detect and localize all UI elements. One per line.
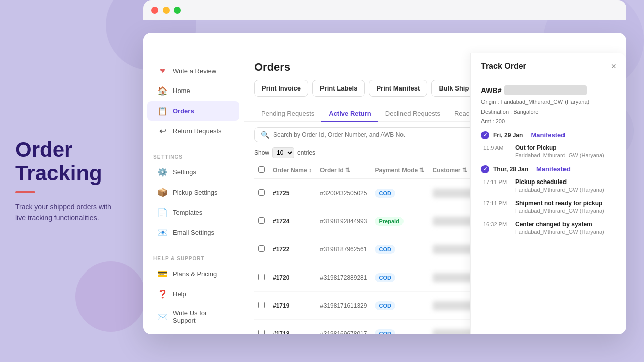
window-chrome [143,0,626,20]
sidebar-item-label: Settings [173,168,196,176]
awb-label: AWB# [481,86,501,95]
sidebar-item-label: Help [173,290,186,298]
heart-icon: ♥ [157,66,168,75]
bulk-ship-button[interactable]: Bulk Ship [431,80,476,97]
timeline-info: Out for Pickup Faridabad_Mthurard_GW (Ha… [515,144,604,158]
order-name: #1722 [269,235,316,263]
sidebar-item-pickup-settings[interactable]: 📦 Pickup Settings [147,183,239,202]
manifested-label-2: Manifested [536,165,571,173]
home-icon: 🏠 [157,86,168,96]
timeline-date-label-1: Fri, 29 Jan [493,132,523,139]
sidebar-item-label: Pickup Settings [173,189,218,196]
help-icon: ❓ [157,289,168,299]
write-us-icon: ✉️ [157,312,168,322]
sidebar-item-return-requests[interactable]: ↩ Return Requests [147,121,239,141]
sidebar-bottom: ➡ Back to Store [143,334,244,334]
row-checkbox[interactable] [258,274,265,280]
settings-section-label: SETTINGS [143,149,244,162]
timeline-time: 17:11 PM [483,200,509,214]
print-invoice-button[interactable]: Print Invoice [254,80,308,97]
pickup-icon: 📦 [157,188,168,197]
event-location: Faridabad_Mthurard_GW (Haryana) [515,152,604,158]
window-maximize-dot[interactable] [174,7,181,14]
timeline-info: Pickup scheduled Faridabad_Mthurard_GW (… [515,178,604,193]
search-icon: 🔍 [261,131,269,139]
sidebar-item-plans[interactable]: 💳 Plans & Pricing [147,264,239,284]
origin-label: Origin : [481,99,501,105]
email-icon: 📧 [157,228,168,237]
track-body: AWB# ████████████████ Origin : Faridabad… [471,77,626,334]
awb-value: ████████████████ [504,85,586,95]
order-id: #3198192844993 [316,207,371,235]
order-name: #1720 [269,263,316,292]
order-id: #3198171611329 [316,292,371,320]
sidebar-item-email-settings[interactable]: 📧 Email Settings [147,223,239,242]
show-label: Show [254,149,269,156]
amount-value: 200 [496,118,505,124]
order-id: #3198169678017 [316,320,371,335]
payment-mode: Prepaid [371,207,428,235]
awb-section: AWB# ████████████████ Origin : Faridabad… [481,85,616,124]
track-order-panel: Track Order × AWB# ████████████████ Orig… [470,53,626,334]
entries-label: entries [297,149,315,156]
row-checkbox[interactable] [258,330,265,335]
col-order-id: Order Id ⇅ [316,162,371,179]
timeline-event-2-3: 16:32 PM Center changed by system Farida… [481,221,616,235]
order-id: #3200432505025 [316,179,371,207]
timeline-date-2: Thur, 28 Jan Manifested [481,165,616,173]
sidebar-item-label: Return Requests [173,127,222,135]
tab-active-return[interactable]: Active Return [321,106,378,122]
timeline-date-1: Fri, 29 Jan Manifested [481,131,616,139]
timeline-event-2-2: 17:11 PM Shipment not ready for pickup F… [481,200,616,214]
event-title: Center changed by system [515,221,604,228]
sidebar-help-section: HELP & SUPPORT 💳 Plans & Pricing ❓ Help … [143,247,244,334]
manifested-label-1: Manifested [531,131,565,139]
sidebar-item-orders[interactable]: 📋 Orders [147,101,239,121]
app-title: Order Tracking [15,138,121,185]
event-title: Out for Pickup [515,144,604,151]
show-select[interactable]: 10 25 50 [272,147,294,158]
print-manifest-button[interactable]: Print Manifest [369,80,427,97]
sidebar-item-label: Orders [173,107,194,115]
timeline-time: 17:11 PM [483,179,509,193]
window-minimize-dot[interactable] [163,7,170,14]
event-location: Faridabad_Mthurard_GW (Haryana) [515,229,604,235]
dest-value: Bangalore [513,109,538,115]
sidebar-item-templates[interactable]: 📄 Templates [147,203,239,222]
app-subtitle: Track your shipped orders with live trac… [15,201,121,224]
row-checkbox[interactable] [258,217,265,224]
payment-mode: COD [371,263,428,292]
track-panel-close[interactable]: × [611,62,616,71]
row-checkbox[interactable] [258,189,265,196]
sidebar-item-home[interactable]: 🏠 Home [147,81,239,101]
origin-dest: Origin : Faridabad_Mthurard_GW (Haryana)… [481,97,616,117]
dest-label: Destination : [481,109,513,115]
tab-pending[interactable]: Pending Requests [254,106,321,122]
window-close-dot[interactable] [151,7,158,14]
settings-icon: ⚙️ [157,167,168,177]
order-name: #1718 [269,320,316,335]
track-title: Track Order [481,62,526,71]
select-all-checkbox[interactable] [258,166,265,173]
payment-mode: COD [371,320,428,335]
sidebar-top: ♥ Write a Review 🏠 Home 📋 Orders ↩ Retur… [143,57,244,145]
order-id: #3198187962561 [316,235,371,263]
tab-declined[interactable]: Declined Requests [378,106,447,122]
sidebar-item-label: Plans & Pricing [173,270,217,278]
event-location: Faridabad_Mthurard_GW (Haryana) [515,208,604,214]
sidebar: ♥ Write a Review 🏠 Home 📋 Orders ↩ Retur… [143,33,244,334]
row-checkbox[interactable] [258,245,265,252]
payment-mode: COD [371,179,428,207]
print-labels-button[interactable]: Print Labels [312,80,365,97]
track-header: Track Order × [471,53,626,77]
timeline-check-icon-1 [481,131,489,139]
timeline-event-2-1: 17:11 PM Pickup scheduled Faridabad_Mthu… [481,178,616,193]
timeline-time: 16:32 PM [483,221,509,235]
sidebar-item-help[interactable]: ❓ Help [147,284,239,304]
sidebar-item-settings[interactable]: ⚙️ Settings [147,162,239,182]
sidebar-item-write-us[interactable]: ✉️ Write Us for Support [147,304,239,329]
col-order-name: Order Name ↕ [269,162,316,179]
sidebar-item-write-review[interactable]: ♥ Write a Review [147,61,239,80]
row-checkbox[interactable] [258,302,265,308]
event-title: Pickup scheduled [515,178,604,186]
